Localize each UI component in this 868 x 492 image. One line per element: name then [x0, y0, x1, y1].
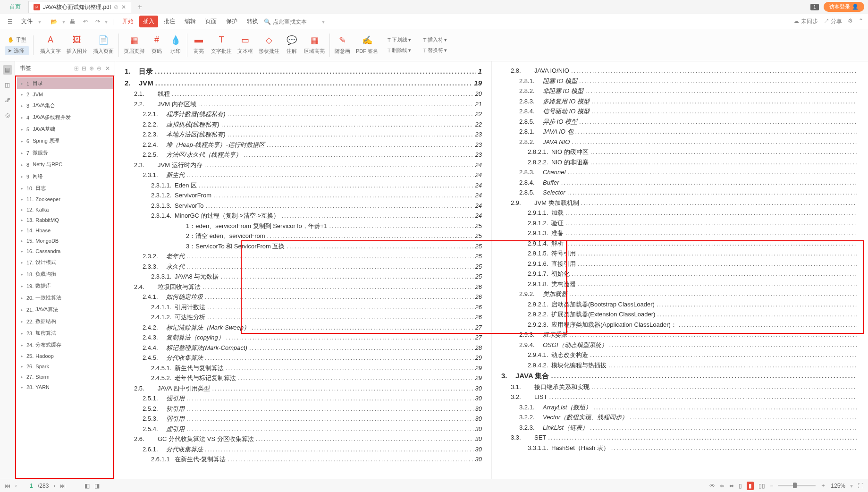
toolbar-文本框[interactable]: ▭文本框: [235, 34, 256, 57]
page-layout-icon[interactable]: ◧: [84, 483, 90, 489]
bookmark-item[interactable]: ▸3. JAVA集合: [17, 100, 113, 111]
expand-icon[interactable]: ▸: [21, 385, 25, 390]
bookmark-item[interactable]: ▸28. YARN: [17, 382, 113, 392]
toc-entry[interactable]: 2.9.1.3.准备..............................…: [501, 229, 859, 238]
bookmark-item[interactable]: ▸21. JAVA算法: [17, 304, 113, 315]
toc-entry[interactable]: 2.9.JVM 类加载机制...........................…: [501, 198, 859, 208]
toc-entry[interactable]: 3.1.接口继承关系和实现...........................…: [501, 382, 859, 392]
toc-entry[interactable]: 2.2.3.本地方法区(线程私有).......................…: [125, 130, 482, 139]
toc-entry[interactable]: 2.2.4.堆（Heap-线程共享）-运行时数据区...............…: [125, 140, 482, 150]
toc-entry[interactable]: 2.9.2.2.扩展类加载器(Extension ClassLoader)...…: [501, 310, 859, 319]
toc-entry[interactable]: 2.4.4.标记整理算法(Mark-Compact)..............…: [125, 343, 482, 353]
share-button[interactable]: ↗ 分享: [824, 17, 842, 25]
bookmark-item[interactable]: ▸27. Storm: [17, 372, 113, 382]
toc-entry[interactable]: 2.8.4.信号驱动 IO 模型........................…: [501, 107, 859, 116]
expand-icon[interactable]: ▸: [21, 103, 25, 108]
attachment-icon[interactable]: 🖇: [3, 95, 12, 105]
expand-icon[interactable]: ▸: [21, 115, 25, 120]
insertchar-tool[interactable]: T 插入符 ▾: [421, 35, 449, 44]
toc-entry[interactable]: 2.2.5.方法区/永久代（线程共享）.....................…: [125, 150, 482, 160]
fit-page-icon[interactable]: ⬌: [729, 483, 734, 489]
bookmark-item[interactable]: ▸6. Spring 原理: [17, 135, 113, 147]
toc-entry[interactable]: 2.6.1.分代收集算法............................…: [125, 445, 482, 454]
eye-icon[interactable]: 👁: [709, 483, 715, 489]
bm-del-icon[interactable]: ⊖: [97, 65, 101, 72]
menu-begin[interactable]: 开始: [118, 16, 137, 27]
toc-entry[interactable]: 2.5.4.虚引用...............................…: [125, 424, 482, 434]
stamp-icon[interactable]: ◎: [3, 110, 12, 120]
toc-entry[interactable]: 2.8.3.多路复用 IO 模型........................…: [501, 97, 859, 106]
print-icon[interactable]: 🖶: [67, 17, 78, 27]
toc-entry[interactable]: 2.4.1.2.可达性分析...........................…: [125, 313, 482, 322]
toc-entry[interactable]: 3.2.LIST................................…: [501, 392, 859, 402]
toc-entry[interactable]: 2.9.1.4.解析..............................…: [501, 239, 859, 248]
toc-entry[interactable]: 2.4.2.标记清除算法（Mark-Sweep）................…: [125, 323, 482, 332]
toolbar-区域高亮[interactable]: ▦区域高亮: [301, 34, 328, 57]
bookmark-item[interactable]: ▸26. Spark: [17, 361, 113, 372]
toc-entry[interactable]: 2.3.JVM 运行时内存...........................…: [125, 161, 482, 170]
toolbar-插入图片[interactable]: 🖼插入图片: [64, 34, 90, 57]
bookmark-item[interactable]: ▸13. RabbitMQ: [17, 215, 113, 225]
pin-icon[interactable]: ⊘: [114, 4, 118, 10]
toc-entry[interactable]: 2.4.5.1.新生代与复制算法........................…: [125, 364, 482, 373]
toc-entry[interactable]: 2.5.1.强引用...............................…: [125, 394, 482, 403]
underline-tool[interactable]: T 下划线 ▾: [386, 35, 413, 44]
bm-collapse-icon[interactable]: ⊟: [82, 65, 86, 72]
toc-entry[interactable]: 3.2.3.LinkList（链表）......................…: [501, 423, 859, 433]
bookmark-item[interactable]: ▸16. Cassandra: [17, 246, 113, 256]
bookmark-item[interactable]: ▸23. 加密算法: [17, 327, 113, 339]
expand-icon[interactable]: ▸: [21, 319, 25, 324]
toolbar-文字批注[interactable]: T文字批注: [208, 34, 235, 57]
bookmark-item[interactable]: ▸24. 分布式缓存: [17, 339, 113, 351]
expand-icon[interactable]: ▸: [21, 186, 25, 191]
last-page-icon[interactable]: ⏭: [60, 483, 66, 489]
bookmark-item[interactable]: ▸15. MongoDB: [17, 236, 113, 246]
bookmark-item[interactable]: ▸4. JAVA多线程并发: [17, 111, 113, 123]
toc-entry[interactable]: 2.4.3.复制算法（copying）.....................…: [125, 333, 482, 342]
toc-entry[interactable]: 2.2.1.程序计数器(线程私有).......................…: [125, 110, 482, 119]
expand-icon[interactable]: ▸: [21, 174, 25, 179]
expand-icon[interactable]: ▸: [21, 307, 25, 312]
toc-entry[interactable]: 2.4.1.如何确定垃圾............................…: [125, 292, 482, 302]
bookmark-item[interactable]: ▸2. JVM: [17, 89, 113, 100]
toc-entry[interactable]: 2.3.3.永久代...............................…: [125, 262, 482, 271]
expand-icon[interactable]: ▸: [21, 139, 25, 144]
undo-icon[interactable]: ↶: [80, 17, 91, 27]
bookmark-item[interactable]: ▸22. 数据结构: [17, 315, 113, 327]
toc-entry[interactable]: 3.3.SET.................................…: [501, 433, 859, 442]
expand-icon[interactable]: ▸: [21, 151, 25, 155]
toc-entry[interactable]: 3.3.1.1.HashSet（Hash 表）.................…: [501, 443, 859, 453]
sync-status[interactable]: ☁ 未同步: [793, 17, 817, 25]
bookmark-item[interactable]: ▸17. 设计模式: [17, 256, 113, 268]
fit-width-icon[interactable]: ⬄: [720, 483, 725, 489]
toc-entry[interactable]: 3.JAVA 集合...............................…: [501, 371, 859, 382]
continuous-icon[interactable]: ▮: [747, 482, 754, 490]
toc-entry[interactable]: 2.5.JAVA 四中引用类型.........................…: [125, 384, 482, 393]
toolbar-随意画[interactable]: ✎随意画: [332, 34, 353, 57]
expand-icon[interactable]: ▸: [21, 249, 25, 254]
toc-entry[interactable]: 2.8.2.非阻塞 IO 模型.........................…: [501, 86, 859, 96]
single-page-icon[interactable]: ▯: [739, 483, 742, 489]
expand-icon[interactable]: ▸: [21, 343, 25, 348]
bookmark-item[interactable]: ▸10. 日志: [17, 182, 113, 194]
toc-entry[interactable]: 2.8.2.1.NIO 的缓冲区........................…: [501, 147, 859, 157]
toc-entry[interactable]: 2.8.5.Selector..........................…: [501, 188, 859, 197]
toolbar-PDF 签名[interactable]: ✍PDF 签名: [353, 34, 381, 57]
menu-protect[interactable]: 保护: [222, 16, 241, 27]
toc-entry[interactable]: 2.8.1.JAVA IO 包.........................…: [501, 127, 859, 136]
bookmark-item[interactable]: ▸5. JAVA基础: [17, 123, 113, 135]
hand-tool[interactable]: ✋手型: [5, 35, 29, 44]
expand-icon[interactable]: ▸: [21, 331, 25, 336]
toc-entry[interactable]: 2.8.JAVA IO/NIO.........................…: [501, 66, 859, 76]
settings-icon[interactable]: ⚙: [848, 17, 853, 25]
outline-icon[interactable]: ▤: [3, 65, 12, 75]
bookmark-item[interactable]: ▸18. 负载均衡: [17, 268, 113, 280]
login-button[interactable]: 访客登录👤: [824, 2, 864, 12]
expand-icon[interactable]: ▸: [21, 207, 25, 212]
toc-entry[interactable]: 1.目录....................................…: [125, 66, 482, 77]
zoom-out-icon[interactable]: −: [770, 483, 773, 489]
bookmark-item[interactable]: ▸20. 一致性算法: [17, 292, 113, 304]
toc-entry[interactable]: 2.3.1.3.ServivorTo......................…: [125, 201, 482, 211]
toc-entry[interactable]: 2.4.1.1.引用计数法...........................…: [125, 303, 482, 312]
toc-entry[interactable]: 2.3.2.老年代...............................…: [125, 252, 482, 261]
